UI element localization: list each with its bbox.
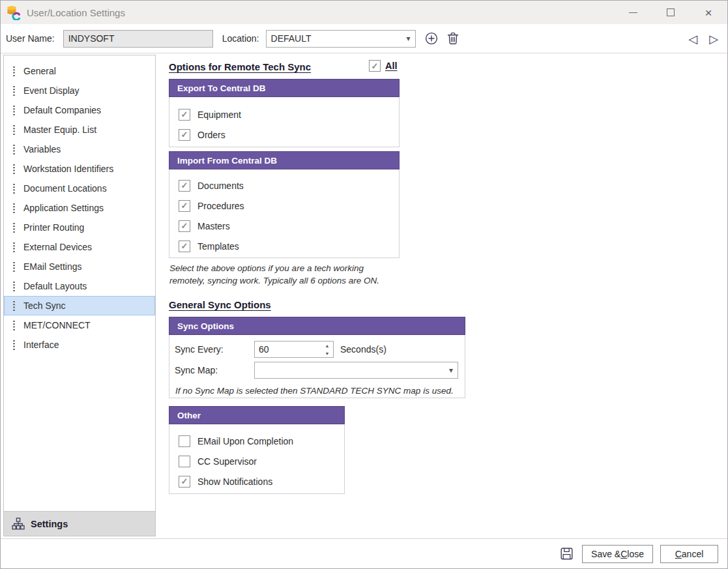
cc-supervisor-label: CC Supervisor (197, 456, 257, 467)
cc-supervisor-checkbox[interactable]: ✓ (179, 456, 190, 467)
next-record-button[interactable]: ▷ (709, 33, 718, 45)
sidebar-item-application-settings[interactable]: Application Settings (4, 198, 155, 218)
checkmark-icon: ✓ (181, 110, 188, 119)
documents-checkbox[interactable]: ✓ (179, 180, 190, 192)
body-area: General Event Display Default Companies … (1, 53, 727, 538)
sidebar-item-email-settings[interactable]: EMail Settings (4, 257, 155, 276)
sidebar-item-workstation-identifiers[interactable]: Workstation Identifiers (4, 159, 155, 179)
sidebar-item-variables[interactable]: Variables (4, 139, 155, 159)
sync-every-label: Sync Every: (175, 344, 254, 355)
chevron-down-icon: ▾ (406, 34, 410, 43)
grip-icon (13, 262, 15, 272)
sidebar-item-master-equip-list[interactable]: Master Equip. List (4, 120, 155, 139)
close-button[interactable]: × (690, 1, 727, 24)
save-and-close-button[interactable]: Save & Close (582, 545, 653, 563)
grip-icon (13, 223, 15, 233)
spinner-down-button[interactable]: ▼ (321, 349, 333, 357)
location-label: Location: (222, 33, 259, 44)
grip-icon (13, 242, 15, 252)
sitemap-icon (12, 518, 25, 530)
sidebar-item-event-display[interactable]: Event Display (4, 81, 155, 100)
cancel-button[interactable]: Cancel (660, 545, 718, 563)
sidebar-item-label: Default Companies (23, 105, 101, 115)
all-checkbox-label: All (385, 61, 398, 71)
grip-icon (13, 301, 15, 311)
sidebar-item-label: Workstation Identifiers (23, 164, 113, 174)
grip-icon (13, 66, 15, 76)
checkbox-row-email-upon-completion[interactable]: ✓ EMail Upon Completion (169, 431, 344, 451)
masters-checkbox[interactable]: ✓ (179, 220, 190, 232)
import-panel: Import From Central DB ✓ Documents ✓ Pro… (169, 151, 400, 258)
checkbox-row-procedures[interactable]: ✓ Procedures (169, 196, 399, 216)
show-notifications-checkbox[interactable]: ✓ (179, 476, 190, 488)
checkmark-icon: ✓ (181, 477, 188, 486)
checkbox-row-masters[interactable]: ✓ Masters (169, 216, 399, 236)
sync-map-note: If no Sync Map is selected then STANDARD… (175, 383, 459, 396)
minimize-button[interactable] (614, 1, 652, 24)
checkmark-icon: ✓ (181, 130, 188, 139)
sidebar-settings-footer[interactable]: Settings (4, 511, 155, 536)
templates-label: Templates (197, 241, 239, 252)
window-title: User/Location Settings (27, 7, 125, 18)
sidebar-item-label: General (23, 66, 56, 76)
checkbox-row-equipment[interactable]: ✓ Equipment (169, 104, 399, 124)
equipment-checkbox[interactable]: ✓ (179, 109, 190, 121)
checkbox-row-documents[interactable]: ✓ Documents (169, 175, 399, 196)
sidebar-nav-list: General Event Display Default Companies … (4, 55, 155, 511)
user-name-input[interactable] (63, 30, 213, 48)
titlebar: User/Location Settings × (1, 1, 727, 24)
location-dropdown[interactable]: DEFAULT ▾ (266, 30, 416, 48)
sidebar-item-label: Application Settings (23, 203, 104, 213)
sidebar-item-general[interactable]: General (4, 61, 155, 81)
orders-checkbox[interactable]: ✓ (179, 129, 190, 141)
sidebar-item-external-devices[interactable]: External Devices (4, 237, 155, 257)
checkmark-icon: ✓ (181, 242, 188, 250)
checkmark-icon: ✓ (181, 201, 188, 210)
sync-every-spinner[interactable]: ▲ ▼ (254, 341, 334, 358)
spinner-buttons: ▲ ▼ (321, 342, 333, 357)
user-location-settings-window: User/Location Settings × User Name: Loca… (0, 0, 728, 569)
sidebar-item-label: Document Locations (23, 183, 107, 194)
spinner-up-button[interactable]: ▲ (321, 342, 333, 349)
orders-label: Orders (197, 130, 226, 140)
add-location-button[interactable] (425, 32, 438, 45)
sidebar-item-label: Tech Sync (23, 300, 66, 311)
checkbox-row-templates[interactable]: ✓ Templates (169, 236, 399, 256)
email-upon-completion-checkbox[interactable]: ✓ (179, 435, 190, 447)
procedures-checkbox[interactable]: ✓ (179, 200, 190, 212)
sidebar-item-default-layouts[interactable]: Default Layouts (4, 276, 155, 296)
remote-sync-note: Select the above options if you are a te… (169, 262, 379, 287)
all-checkbox[interactable]: ✓ (369, 60, 381, 72)
maximize-icon (667, 8, 675, 16)
toolbar: User Name: Location: DEFAULT ▾ ◁ ▷ (1, 24, 727, 53)
sync-every-input[interactable] (255, 342, 321, 357)
sidebar-item-met-connect[interactable]: MET/CONNECT (4, 315, 155, 335)
maximize-button[interactable] (652, 1, 690, 24)
checkmark-icon: ✓ (181, 222, 188, 230)
sidebar-item-tech-sync[interactable]: Tech Sync (4, 296, 155, 315)
sidebar-item-printer-routing[interactable]: Printer Routing (4, 218, 155, 237)
sidebar-item-label: Interface (23, 340, 59, 350)
save-button[interactable] (561, 547, 573, 560)
all-checkbox-row[interactable]: ✓ All (369, 60, 398, 72)
previous-record-button[interactable]: ◁ (688, 33, 697, 45)
sidebar-item-label: Variables (23, 144, 61, 154)
sidebar-item-label: Printer Routing (23, 222, 84, 233)
sidebar-item-interface[interactable]: Interface (4, 335, 155, 355)
grip-icon (13, 184, 15, 194)
sidebar-item-label: EMail Settings (23, 261, 81, 272)
templates-checkbox[interactable]: ✓ (179, 241, 190, 252)
sync-map-dropdown[interactable]: ▾ (254, 362, 458, 379)
checkbox-row-show-notifications[interactable]: ✓ Show Notifications (169, 471, 344, 491)
sidebar-item-document-locations[interactable]: Document Locations (4, 179, 155, 198)
record-navigation: ◁ ▷ (688, 24, 718, 53)
equipment-label: Equipment (197, 109, 241, 120)
checkbox-row-orders[interactable]: ✓ Orders (169, 124, 399, 145)
sidebar-item-default-companies[interactable]: Default Companies (4, 100, 155, 120)
save-close-label: Save & (591, 549, 620, 559)
app-logo-icon (6, 5, 22, 20)
sidebar-item-label: Master Equip. List (23, 124, 96, 135)
checkbox-row-cc-supervisor[interactable]: ✓ CC Supervisor (169, 451, 344, 471)
delete-location-button[interactable] (447, 32, 459, 45)
floppy-disk-icon (561, 547, 573, 560)
